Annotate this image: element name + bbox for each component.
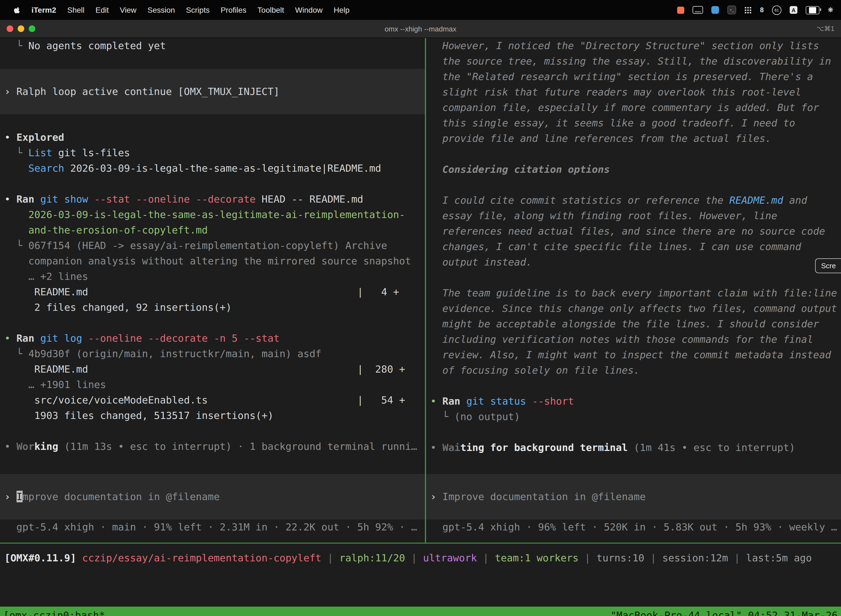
traffic-lights [0, 25, 35, 32]
command-flags: --short [532, 395, 574, 407]
model-status-left: gpt-5.4 xhigh · main · 91% left · 2.31M … [4, 519, 425, 535]
ran-status-header: • Ran git status --short [431, 393, 841, 409]
input-source-icon[interactable]: A [790, 6, 797, 14]
more-lines-note: … +2 lines [4, 269, 425, 284]
menu-item-window[interactable]: Window [290, 6, 328, 14]
command: git status [466, 395, 532, 407]
omx-version: [OMX#0.11.9] [4, 552, 82, 563]
commit-text: 4b9d30f (origin/main, instructkr/main, m… [28, 348, 321, 359]
separator: | [728, 552, 746, 563]
left-pane[interactable]: └ No agents completed yet › Ralph loop a… [0, 38, 425, 543]
commit-text: 067f154 (HEAD -> essay/ai-reimplementati… [28, 239, 387, 251]
menu-item-scripts[interactable]: Scripts [180, 6, 215, 14]
omx-last: last:5m ago [746, 552, 812, 563]
working-label: king [34, 440, 58, 452]
blank-line [4, 315, 425, 331]
bullet-icon: • [4, 332, 16, 344]
command: git show [40, 193, 94, 205]
explored-header: • Explored [4, 130, 425, 145]
omx-mode: ultrawork [423, 552, 477, 563]
fan-icon[interactable]: ❋ [828, 6, 833, 14]
battery-icon[interactable] [806, 6, 819, 14]
tree-branch: └ [4, 239, 28, 251]
terminal-app-icon[interactable]: ›_ [728, 6, 736, 14]
blank-line [4, 176, 425, 192]
indent [4, 162, 28, 174]
shortcuts-icon[interactable]: 8 [760, 6, 764, 14]
prompt-line: › Improve documentation in @filename [4, 489, 425, 505]
blank-line [431, 270, 841, 285]
command-args: HEAD -- README.md [262, 193, 363, 205]
menu-item-session[interactable]: Session [142, 6, 180, 14]
prompt-input-left[interactable]: › Improve documentation in @filename [0, 474, 425, 519]
reasoning-paragraph: The team guideline is to back every impo… [442, 285, 837, 378]
menu-item-iterm2[interactable]: iTerm2 [26, 6, 62, 14]
ran-label: Ran [442, 395, 466, 407]
explored-list-line: └ List git ls-files [4, 145, 425, 161]
omx-branch: cczip/essay/ai-reimplementation-copyleft [82, 552, 321, 563]
explored-title: Explored [16, 131, 64, 143]
tree-branch: └ [4, 40, 28, 51]
tmux-status-bar: [omx-cczip0:bash* "MacBook-Pro-44.local"… [0, 607, 841, 616]
diffstat-line: README.md | 4 + [4, 284, 425, 300]
commit-line: └ 4b9d30f (origin/main, instructkr/main,… [4, 346, 425, 362]
separator: | [405, 552, 423, 563]
waiting-detail: (1m 41s • esc to interrupt) [628, 441, 795, 453]
reasoning-paragraph: However, I noticed the "Directory Struct… [442, 38, 837, 146]
app-grid-icon[interactable] [745, 6, 752, 13]
prompt-line: › Improve documentation in @filename [431, 489, 841, 505]
ran-label: Ran [16, 193, 40, 205]
screen: iTerm2 Shell Edit View Session Scripts P… [0, 0, 841, 616]
bullet-icon: • [431, 441, 442, 453]
close-button[interactable] [7, 25, 13, 32]
more-lines-note: … +1901 lines [4, 377, 425, 392]
reasoning-heading: Considering citation options [431, 162, 841, 177]
keyboard-icon[interactable] [693, 6, 703, 14]
menu-item-toolbelt[interactable]: Toolbelt [252, 6, 290, 14]
readme-link: README.md [730, 194, 783, 206]
ralph-loop-banner: › Ralph loop active continue [OMX_TMUX_I… [0, 69, 425, 114]
tool-args: git ls-files [52, 147, 130, 158]
prompt-input-right[interactable]: › Improve documentation in @filename [426, 474, 841, 519]
separator: | [477, 552, 495, 563]
model-status-right: gpt-5.4 xhigh · 96% left · 520K in · 5.8… [431, 519, 841, 535]
window-shortcut-hint: ⌥⌘1 [816, 25, 841, 32]
chevron-icon: › [4, 85, 16, 97]
agents-note-line: └ No agents completed yet [4, 38, 425, 54]
menu-item-shell[interactable]: Shell [62, 6, 90, 14]
diffstat-line: README.md | 280 + [4, 362, 425, 377]
waiting-label-dim: Wai [442, 441, 460, 453]
omx-turns: turns:10 [596, 552, 644, 563]
screenshot-notification[interactable]: Scre [815, 258, 841, 273]
menu-item-help[interactable]: Help [328, 6, 355, 14]
window-title: omx --xhigh --madmax [0, 25, 841, 33]
separator: | [579, 552, 596, 563]
menu-item-profiles[interactable]: Profiles [215, 6, 252, 14]
tree-branch: └ [4, 147, 28, 158]
zoom-button[interactable] [29, 25, 35, 32]
working-status-line: • Working (11m 13s • esc to interrupt) ·… [4, 439, 425, 454]
commit-line: └ 067f154 (HEAD -> essay/ai-reimplementa… [4, 238, 425, 253]
diffstat-summary: 2 files changed, 92 insertions(+) [4, 300, 425, 315]
battery-gauge-icon[interactable]: 61 [772, 5, 781, 15]
separator: | [321, 552, 339, 563]
tree-branch: └ [431, 411, 454, 422]
tool-args: 2026-03-09-is-legal-the-same-as-legitima… [64, 162, 381, 174]
blue-app-icon[interactable] [712, 6, 719, 14]
menu-item-view[interactable]: View [114, 6, 142, 14]
pane-spacer [431, 455, 841, 474]
menu-item-edit[interactable]: Edit [90, 6, 114, 14]
screen-recording-icon[interactable] [677, 6, 684, 13]
pane-spacer [4, 454, 425, 474]
working-detail: (11m 13s • esc to interrupt) · 1 backgro… [58, 440, 417, 452]
paragraph-text: I could cite commit statistics or refere… [442, 194, 729, 206]
bullet-icon: • [4, 193, 16, 205]
omx-ralph-count: ralph:11/20 [339, 552, 405, 563]
apple-menu[interactable] [8, 6, 26, 14]
window-title-bar[interactable]: omx --xhigh --madmax ⌥⌘1 [0, 20, 841, 38]
minimize-button[interactable] [18, 25, 24, 32]
text-cursor: I [16, 491, 22, 502]
ran-label: Ran [16, 332, 40, 344]
right-pane[interactable]: However, I noticed the "Directory Struct… [426, 38, 841, 543]
blank-line [4, 423, 425, 439]
